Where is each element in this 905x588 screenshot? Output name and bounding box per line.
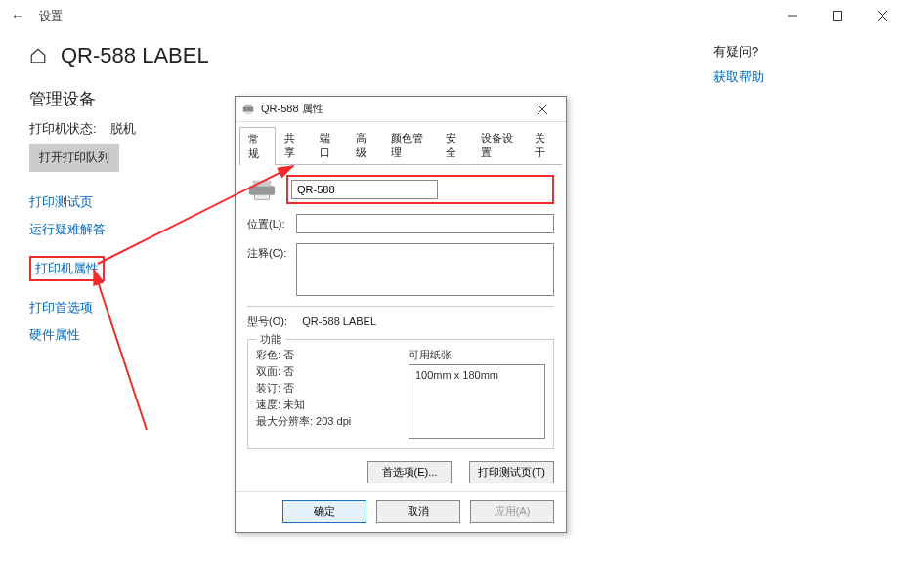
- open-queue-button[interactable]: 打开打印队列: [29, 144, 119, 172]
- preferences-button[interactable]: 首选项(E)...: [367, 461, 452, 483]
- tab-color[interactable]: 颜色管理: [382, 126, 436, 164]
- status-label: 打印机状态:: [29, 121, 97, 136]
- svg-rect-9: [249, 186, 275, 194]
- paper-list[interactable]: 100mm x 180mm: [409, 364, 545, 439]
- comment-input[interactable]: [296, 243, 554, 296]
- dialog-close-button[interactable]: [525, 99, 560, 120]
- test-page-button[interactable]: 打印测试页(T): [469, 461, 554, 483]
- maximize-button[interactable]: [815, 0, 860, 31]
- cancel-button[interactable]: 取消: [376, 500, 460, 523]
- dialog-titlebar: QR-588 属性: [236, 97, 566, 122]
- window-controls: [770, 0, 905, 31]
- printer-properties-dialog: QR-588 属性 常规 共享 端口 高级 颜色管理 安全 设备设置 关于 位置…: [235, 96, 567, 533]
- model-value: QR-588 LABEL: [302, 315, 376, 327]
- minimize-button[interactable]: [770, 0, 815, 31]
- aside-question: 有疑问?: [713, 43, 764, 61]
- tab-sharing[interactable]: 共享: [276, 126, 312, 164]
- aside-help-link[interactable]: 获取帮助: [713, 68, 764, 86]
- svg-rect-4: [243, 106, 254, 111]
- cap-color: 彩色: 否: [256, 348, 393, 362]
- home-icon: [29, 47, 47, 64]
- location-label: 位置(L):: [247, 214, 296, 231]
- close-button[interactable]: [860, 0, 905, 31]
- svg-rect-1: [834, 12, 842, 21]
- svg-rect-6: [245, 111, 252, 114]
- tab-device[interactable]: 设备设置: [472, 126, 526, 164]
- tab-ports[interactable]: 端口: [311, 126, 347, 164]
- apply-button[interactable]: 应用(A): [470, 500, 554, 523]
- printer-icon: [241, 103, 255, 116]
- model-label: 型号(O):: [247, 315, 287, 327]
- dialog-title: QR-588 属性: [261, 102, 323, 116]
- ok-button[interactable]: 确定: [282, 500, 366, 523]
- cap-staple: 装订: 否: [256, 381, 393, 396]
- comment-label: 注释(C):: [247, 243, 296, 261]
- back-button[interactable]: ←: [8, 8, 27, 23]
- svg-rect-5: [245, 104, 252, 106]
- cap-speed: 速度: 未知: [256, 398, 393, 412]
- printer-large-icon: [247, 178, 277, 201]
- svg-rect-11: [255, 195, 270, 200]
- aside-panel: 有疑问? 获取帮助: [713, 43, 764, 354]
- dialog-tabs: 常规 共享 端口 高级 颜色管理 安全 设备设置 关于: [239, 126, 562, 165]
- tab-security[interactable]: 安全: [437, 126, 473, 164]
- svg-rect-10: [253, 181, 272, 187]
- printer-name-highlight: [286, 175, 554, 204]
- capabilities-legend: 功能: [256, 332, 285, 347]
- dialog-footer: 确定 取消 应用(A): [236, 491, 566, 532]
- paper-legend: 可用纸张:: [409, 348, 545, 362]
- app-title: 设置: [39, 8, 63, 24]
- paper-item: 100mm x 180mm: [415, 369, 539, 381]
- cap-duplex: 双面: 否: [256, 364, 393, 379]
- status-value: 脱机: [110, 121, 136, 136]
- printer-name-input[interactable]: [291, 180, 438, 199]
- tab-general[interactable]: 常规: [239, 127, 276, 165]
- tab-about[interactable]: 关于: [526, 126, 562, 164]
- tab-advanced[interactable]: 高级: [347, 126, 383, 164]
- location-input[interactable]: [296, 214, 554, 233]
- model-row: 型号(O): QR-588 LABEL: [247, 315, 554, 329]
- capabilities-group: 功能 彩色: 否 双面: 否 装订: 否 速度: 未知 最大分辨率: 203 d…: [247, 339, 554, 449]
- cap-maxres: 最大分辨率: 203 dpi: [256, 414, 393, 429]
- divider: [247, 306, 554, 307]
- page-title: QR-588 LABEL: [61, 43, 209, 68]
- link-printer-properties[interactable]: 打印机属性: [29, 256, 105, 281]
